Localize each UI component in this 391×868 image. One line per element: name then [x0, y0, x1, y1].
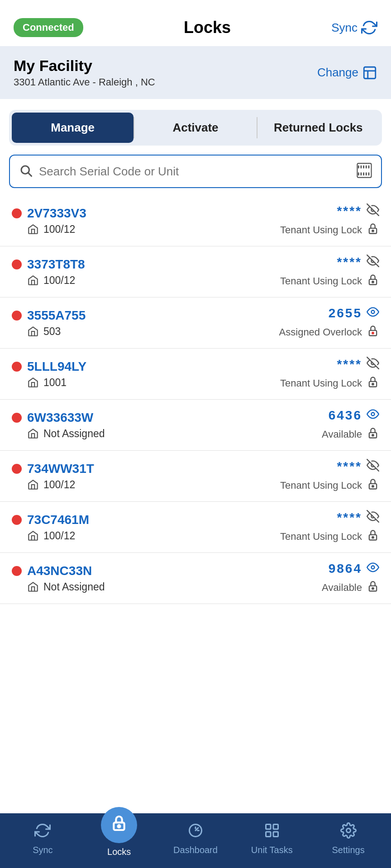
nav-sync[interactable]: Sync	[5, 822, 81, 855]
tab-activate[interactable]: Activate	[134, 113, 256, 143]
status-dot	[12, 208, 22, 218]
building-icon	[362, 65, 377, 80]
search-icon	[19, 164, 33, 179]
lock-serial-row: 6W33633W	[12, 410, 105, 425]
status-dot	[12, 515, 22, 525]
svg-rect-33	[266, 832, 271, 837]
lock-item[interactable]: 3555A755 503 2655 Assigned Overlock	[0, 297, 391, 349]
lock-serial: A43NC33N	[27, 564, 92, 578]
nav-settings[interactable]: Settings	[310, 822, 386, 855]
eye-icon[interactable]	[367, 306, 379, 321]
nav-dashboard[interactable]: Dashboard	[157, 822, 234, 855]
svg-rect-34	[273, 832, 278, 837]
connected-badge: Connected	[14, 18, 83, 37]
lock-serial: 734WW31T	[27, 462, 94, 476]
lock-status-row: Available	[322, 427, 379, 442]
eye-icon[interactable]	[367, 510, 379, 525]
svg-rect-32	[273, 825, 278, 830]
lock-code-row: 9864	[329, 561, 379, 576]
lock-code: 6436	[329, 408, 362, 423]
lock-item[interactable]: 73C7461M 100/12 **** Tenant Using Lock	[0, 502, 391, 553]
eye-icon[interactable]	[367, 357, 379, 372]
lock-status-icon	[367, 274, 379, 289]
bottom-nav: Sync Locks Dashboard	[0, 813, 391, 868]
svg-point-18	[372, 434, 374, 436]
search-input[interactable]	[39, 165, 350, 179]
svg-point-25	[372, 566, 375, 569]
svg-point-6	[372, 230, 374, 232]
svg-point-15	[372, 383, 374, 385]
nav-sync-icon	[34, 822, 51, 842]
change-facility-button[interactable]: Change	[317, 65, 377, 80]
lock-item[interactable]: 5LLL94LY 1001 **** Tenant Using Lock	[0, 349, 391, 400]
lock-status: Assigned Overlock	[279, 326, 362, 338]
lock-item[interactable]: A43NC33N Not Assigned 9864 Available	[0, 553, 391, 604]
lock-item[interactable]: 6W33633W Not Assigned 6436 Available	[0, 400, 391, 451]
eye-icon[interactable]	[367, 408, 379, 423]
svg-point-24	[372, 537, 374, 538]
lock-serial: 3373T8T8	[27, 257, 85, 272]
nav-unit-tasks-label: Unit Tasks	[251, 845, 293, 855]
lock-serial-row: 73C7461M	[12, 513, 89, 527]
nav-dashboard-label: Dashboard	[173, 845, 218, 855]
tab-returned-locks[interactable]: Returned Locks	[257, 113, 379, 143]
lock-left: 3373T8T8 100/12	[12, 257, 85, 287]
home-icon	[27, 428, 39, 439]
barcode-icon	[357, 163, 372, 180]
eye-icon[interactable]	[367, 203, 379, 219]
lock-unit-row: 100/12	[12, 274, 85, 287]
nav-settings-label: Settings	[332, 845, 364, 855]
nav-locks-label: Locks	[107, 847, 131, 857]
nav-locks[interactable]: Locks	[81, 821, 157, 857]
lock-item[interactable]: 3373T8T8 100/12 **** Tenant Using Lock	[0, 246, 391, 297]
status-dot	[12, 362, 22, 372]
lock-unit: 1001	[43, 377, 67, 389]
lock-code-row: ****	[337, 357, 379, 372]
lock-right: **** Tenant Using Lock	[280, 357, 379, 391]
lock-serial-row: 3373T8T8	[12, 257, 85, 272]
lock-unit: 100/12	[43, 274, 75, 287]
header: Connected Locks Sync	[0, 0, 391, 46]
nav-sync-label: Sync	[33, 845, 52, 855]
eye-icon[interactable]	[367, 255, 379, 270]
status-dot	[12, 259, 22, 269]
lock-status-row: Tenant Using Lock	[280, 478, 379, 493]
svg-point-29	[118, 825, 120, 827]
lock-left: A43NC33N Not Assigned	[12, 564, 105, 593]
lock-status: Tenant Using Lock	[280, 275, 362, 287]
svg-point-12	[372, 332, 374, 334]
tabs-container: Manage Activate Returned Locks	[9, 110, 382, 146]
sync-label: Sync	[331, 21, 358, 35]
lock-status-row: Tenant Using Lock	[280, 222, 379, 238]
lock-right: 2655 Assigned Overlock	[279, 306, 379, 340]
status-dot	[12, 464, 22, 474]
lock-right: 6436 Available	[322, 408, 379, 442]
status-dot	[12, 413, 22, 423]
lock-status: Available	[322, 582, 362, 594]
eye-icon[interactable]	[367, 561, 379, 576]
lock-status-row: Tenant Using Lock	[280, 274, 379, 289]
lock-status-row: Tenant Using Lock	[280, 376, 379, 391]
sync-button[interactable]: Sync	[331, 19, 377, 36]
home-icon	[27, 223, 39, 235]
lock-serial: 6W33633W	[27, 410, 93, 425]
svg-rect-31	[266, 825, 271, 830]
facility-bar: My Facility 3301 Atlantic Ave - Raleigh …	[0, 46, 391, 99]
lock-code: ****	[337, 357, 362, 372]
lock-left: 5LLL94LY 1001	[12, 359, 86, 389]
nav-unit-tasks[interactable]: Unit Tasks	[234, 822, 310, 855]
eye-icon[interactable]	[367, 459, 379, 474]
svg-line-2	[29, 173, 32, 176]
lock-item[interactable]: 2V7333V3 100/12 **** Tenant Using Lock	[0, 195, 391, 246]
tab-manage[interactable]: Manage	[12, 113, 134, 143]
lock-code: ****	[337, 255, 362, 269]
lock-left: 6W33633W Not Assigned	[12, 410, 105, 440]
lock-unit: Not Assigned	[43, 428, 105, 440]
lock-status-icon	[367, 529, 379, 544]
lock-code-row: 2655	[329, 306, 379, 321]
lock-item[interactable]: 734WW31T 100/12 **** Tenant Using Lock	[0, 451, 391, 502]
search-container	[9, 155, 382, 188]
lock-serial: 2V7333V3	[27, 206, 86, 221]
lock-code: ****	[337, 204, 362, 218]
svg-point-21	[372, 486, 374, 487]
